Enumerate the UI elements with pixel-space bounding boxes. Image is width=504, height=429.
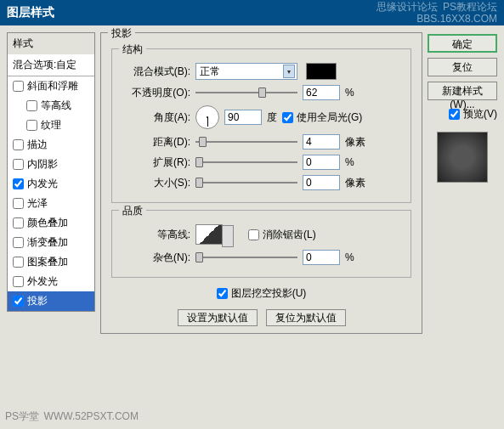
distance-slider[interactable] — [195, 134, 297, 150]
opacity-label: 不透明度(O): — [122, 86, 190, 100]
style-item[interactable]: 外发光 — [8, 272, 94, 291]
dialog-content: 样式 混合选项:自定 斜面和浮雕等高线纹理描边内阴影内发光光泽颜色叠加渐变叠加图… — [0, 25, 504, 429]
style-item-label: 纹理 — [41, 118, 61, 133]
effect-panel-title: 投影 — [108, 26, 135, 41]
preview-checkbox[interactable]: 预览(V) — [428, 107, 497, 121]
chevron-down-icon: ▾ — [283, 65, 295, 78]
style-item-label: 外发光 — [27, 274, 58, 289]
footer-watermark: PS学堂 WWW.52PSXT.COM — [5, 409, 139, 424]
style-item[interactable]: 内阴影 — [8, 155, 94, 174]
style-item-checkbox[interactable] — [13, 159, 24, 170]
antialias-checkbox[interactable]: 消除锯齿(L) — [248, 228, 316, 242]
distance-input[interactable] — [303, 134, 340, 150]
styles-listbox: 样式 混合选项:自定 斜面和浮雕等高线纹理描边内阴影内发光光泽颜色叠加渐变叠加图… — [7, 32, 95, 312]
style-item[interactable]: 图案叠加 — [8, 252, 94, 272]
style-item[interactable]: 投影 — [8, 291, 94, 311]
style-item-label: 斜面和浮雕 — [27, 79, 78, 93]
style-item-checkbox[interactable] — [26, 100, 37, 111]
size-unit: 像素 — [345, 176, 371, 190]
blend-mode-label: 混合模式(B): — [122, 65, 190, 79]
style-item-checkbox[interactable] — [13, 217, 24, 229]
styles-column: 样式 混合选项:自定 斜面和浮雕等高线纹理描边内阴影内发光光泽颜色叠加渐变叠加图… — [7, 32, 95, 422]
style-item-checkbox[interactable] — [26, 120, 37, 131]
global-light-checkbox[interactable]: 使用全局光(G) — [282, 110, 362, 125]
shadow-color-swatch[interactable] — [306, 63, 337, 80]
opacity-slider[interactable] — [195, 85, 297, 100]
quality-group: 品质 等高线: 消除锯齿(L) 杂色(N): — [111, 210, 411, 278]
structure-legend: 结构 — [119, 42, 146, 57]
style-item-label: 内发光 — [27, 177, 58, 191]
style-item-checkbox[interactable] — [13, 237, 24, 248]
distance-label: 距离(D): — [122, 135, 190, 150]
spread-label: 扩展(R): — [122, 155, 190, 170]
style-item-checkbox[interactable] — [13, 139, 24, 150]
style-item-label: 渐变叠加 — [27, 235, 68, 250]
blend-mode-select[interactable]: 正常 ▾ — [195, 63, 297, 80]
dialog-title: 图层样式 — [7, 5, 54, 20]
ok-button[interactable]: 确定 — [428, 34, 497, 53]
style-item-label: 内阴影 — [27, 157, 58, 172]
angle-dial[interactable] — [195, 105, 219, 129]
style-item[interactable]: 等高线 — [8, 96, 94, 116]
layer-style-dialog: 图层样式 思缘设计论坛 PS教程论坛 BBS.16XX8.COM 样式 混合选项… — [0, 0, 504, 429]
noise-input[interactable] — [303, 250, 340, 265]
watermark: 思缘设计论坛 PS教程论坛 BBS.16XX8.COM — [377, 1, 497, 25]
style-item-label: 图案叠加 — [27, 255, 68, 269]
style-item-label: 光泽 — [27, 196, 48, 211]
opacity-input[interactable] — [303, 85, 340, 100]
style-item-checkbox[interactable] — [13, 276, 24, 287]
distance-unit: 像素 — [345, 135, 371, 150]
titlebar: 图层样式 思缘设计论坛 PS教程论坛 BBS.16XX8.COM — [0, 0, 504, 25]
new-style-button[interactable]: 新建样式(W)... — [428, 82, 497, 100]
style-item-checkbox[interactable] — [13, 198, 24, 209]
size-input[interactable] — [303, 175, 340, 190]
quality-legend: 品质 — [119, 204, 146, 218]
structure-group: 结构 混合模式(B): 正常 ▾ 不透明度(O): — [111, 48, 411, 203]
angle-input[interactable] — [224, 110, 262, 125]
contour-picker[interactable] — [195, 224, 223, 245]
style-item-label: 颜色叠加 — [27, 216, 68, 230]
effect-panel: 投影 结构 混合模式(B): 正常 ▾ 不透明度(O): — [100, 32, 422, 334]
noise-label: 杂色(N): — [122, 251, 190, 265]
preview-swatch — [437, 132, 488, 183]
cancel-button[interactable]: 复位 — [428, 58, 497, 76]
style-item-label: 投影 — [27, 294, 48, 308]
style-item-label: 描边 — [27, 138, 48, 152]
style-item[interactable]: 纹理 — [8, 116, 94, 135]
spread-input[interactable] — [303, 155, 340, 170]
make-default-button[interactable]: 设置为默认值 — [178, 309, 258, 326]
styles-subheader[interactable]: 混合选项:自定 — [8, 54, 94, 76]
style-item-checkbox[interactable] — [13, 178, 24, 189]
angle-unit: 度 — [267, 110, 277, 125]
style-item[interactable]: 颜色叠加 — [8, 213, 94, 233]
contour-label: 等高线: — [122, 228, 190, 242]
style-item[interactable]: 内发光 — [8, 174, 94, 194]
spread-unit: % — [345, 156, 371, 168]
reset-default-button[interactable]: 复位为默认值 — [266, 309, 346, 326]
main-column: 投影 结构 混合模式(B): 正常 ▾ 不透明度(O): — [100, 32, 422, 422]
noise-slider[interactable] — [195, 250, 297, 265]
styles-header[interactable]: 样式 — [8, 33, 94, 54]
size-label: 大小(S): — [122, 176, 190, 190]
knockout-checkbox[interactable]: 图层挖空投影(U) — [217, 286, 307, 301]
style-item[interactable]: 渐变叠加 — [8, 233, 94, 252]
style-item-checkbox[interactable] — [13, 257, 24, 268]
right-column: 确定 复位 新建样式(W)... 预览(V) — [428, 32, 497, 422]
style-item-checkbox[interactable] — [13, 296, 24, 307]
spread-slider[interactable] — [195, 155, 297, 170]
style-item[interactable]: 描边 — [8, 135, 94, 155]
noise-unit: % — [345, 251, 371, 263]
size-slider[interactable] — [195, 175, 297, 190]
style-item[interactable]: 斜面和浮雕 — [8, 76, 94, 96]
angle-label: 角度(A): — [122, 110, 190, 125]
opacity-unit: % — [345, 87, 371, 99]
style-item-checkbox[interactable] — [13, 81, 24, 92]
style-item-label: 等高线 — [41, 99, 71, 113]
style-item[interactable]: 光泽 — [8, 194, 94, 213]
